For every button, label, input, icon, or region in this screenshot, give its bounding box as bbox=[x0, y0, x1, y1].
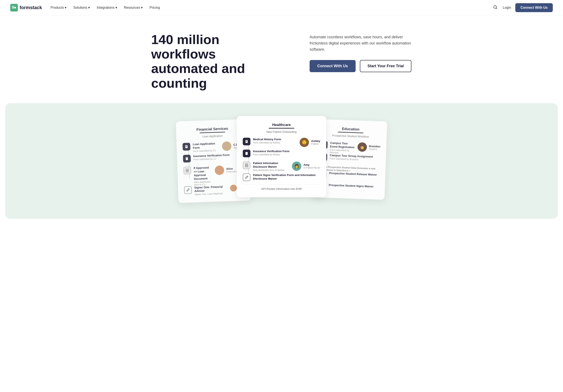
person-name: Ashley bbox=[311, 139, 320, 143]
nav-connect-button[interactable]: Connect With Us bbox=[515, 3, 553, 12]
education-subtitle: Prospective Student Workflow bbox=[320, 134, 381, 139]
avatar-ashley: 🙂 bbox=[300, 138, 309, 147]
hero-buttons: Connect With Us Start Your Free Trial bbox=[310, 60, 412, 72]
step-title: Campus Tour Event Registration bbox=[330, 141, 355, 149]
person-role: Student bbox=[369, 147, 380, 150]
navigation: formstack Products ▾ Solutions ▾ Integra… bbox=[0, 0, 563, 15]
financial-subtitle: Loan Application bbox=[182, 134, 243, 139]
doc-x-icon bbox=[185, 169, 189, 172]
step-icon-1 bbox=[182, 143, 190, 151]
step-icon-3 bbox=[183, 166, 191, 174]
logo[interactable]: formstack bbox=[10, 4, 42, 12]
healthcare-steps: Medical History Form Form submitted by A… bbox=[243, 138, 320, 181]
formstack-logo-svg bbox=[12, 5, 16, 10]
demo-cards: Financial Services Loan Application Loan… bbox=[154, 120, 409, 202]
step-info: Medical History Form Form submitted by A… bbox=[253, 138, 297, 144]
hero-description: Automate countless workflows, save hours… bbox=[310, 34, 412, 52]
avatar-image bbox=[222, 141, 232, 151]
nav-solutions[interactable]: Solutions ▾ bbox=[73, 6, 90, 10]
svg-rect-17 bbox=[245, 152, 248, 155]
nav-integrations[interactable]: Integrations ▾ bbox=[97, 6, 117, 10]
svg-rect-1 bbox=[12, 7, 14, 7]
person-name: Amy bbox=[303, 163, 320, 166]
svg-rect-2 bbox=[12, 8, 14, 8]
education-steps: Campus Tour Event Registration Form subm… bbox=[318, 141, 381, 193]
step-info: Insurance Verification Form Form submitt… bbox=[253, 150, 320, 156]
svg-rect-9 bbox=[186, 157, 188, 160]
avatar-image bbox=[215, 165, 224, 175]
chevron-down-icon: ▾ bbox=[65, 6, 66, 10]
step-icon-4 bbox=[184, 186, 192, 194]
financial-steps: Loan Application Form Form submitted by … bbox=[182, 141, 245, 196]
avatar-image: 👨 bbox=[357, 142, 367, 152]
pen-icon bbox=[186, 188, 190, 192]
svg-point-4 bbox=[494, 6, 497, 9]
nav-resources[interactable]: Resources ▾ bbox=[124, 6, 143, 10]
connector bbox=[189, 162, 189, 167]
logo-text: formstack bbox=[20, 5, 42, 11]
avatar-amy: 👩 bbox=[292, 161, 301, 171]
hero-title: 140 million workflows automated and coun… bbox=[151, 32, 275, 90]
hero-left: 140 million workflows automated and coun… bbox=[151, 32, 275, 90]
healthcare-industry-label: Healthcare bbox=[243, 123, 320, 127]
hero-connect-button[interactable]: Connect With Us bbox=[310, 60, 356, 72]
step-info: Patient Signs Verification Form and Info… bbox=[253, 173, 320, 181]
step-person: 👨 Brandon Student bbox=[357, 142, 381, 152]
step-desc: Form submitted by Brandon bbox=[330, 148, 355, 154]
avatar-alice bbox=[215, 165, 224, 175]
chevron-down-icon: ▾ bbox=[115, 6, 117, 10]
step-info: Signer One: Financial Advisor Signer Two… bbox=[194, 185, 228, 196]
healthcare-subtitle: New Patient Onboarding bbox=[243, 130, 320, 134]
step-icon-1 bbox=[243, 138, 250, 145]
person-role: In Patient Nurse bbox=[303, 166, 320, 169]
doc-icon bbox=[245, 151, 248, 155]
step-info: Patient Information Disclosure Waiver Am… bbox=[253, 161, 289, 171]
step-title: If Approved >> Loan Approval Document bbox=[193, 166, 213, 181]
step-info: Loan Application Form Form submitted by … bbox=[193, 142, 219, 152]
login-button[interactable]: Login bbox=[503, 6, 511, 10]
nav-products[interactable]: Products ▾ bbox=[51, 6, 66, 10]
chevron-down-icon: ▾ bbox=[88, 6, 90, 10]
step-icon-3 bbox=[243, 161, 250, 169]
avatar-cj bbox=[222, 141, 232, 151]
person-name: Brandon bbox=[369, 144, 381, 148]
step-title: Loan Application Form bbox=[193, 142, 219, 150]
financial-underline bbox=[200, 132, 225, 133]
connector bbox=[189, 174, 190, 179]
svg-rect-0 bbox=[12, 6, 14, 6]
doc-x-icon bbox=[245, 163, 248, 167]
education-underline bbox=[338, 132, 363, 133]
connector bbox=[248, 157, 249, 161]
step-desc: Form submitted by Ashley bbox=[253, 141, 297, 144]
connector bbox=[248, 169, 249, 173]
api-note: API Routes Information into EHR bbox=[243, 184, 320, 190]
step-desc: Alice distributes form to CJ bbox=[194, 180, 213, 186]
logo-icon bbox=[10, 4, 18, 12]
avatar-alice-small bbox=[230, 184, 237, 192]
search-button[interactable] bbox=[492, 4, 499, 11]
step-person: 🙂 Ashley Patient bbox=[300, 138, 320, 147]
step-title: Signer One: Financial Advisor bbox=[194, 185, 228, 193]
step-icon-2 bbox=[243, 150, 250, 157]
chevron-down-icon: ▾ bbox=[141, 6, 143, 10]
connector bbox=[188, 150, 189, 155]
step-info: Campus Tour Event Registration Form subm… bbox=[330, 141, 355, 155]
doc-icon bbox=[184, 145, 189, 149]
step-title: Insurance Verification Form bbox=[253, 150, 320, 153]
nav-links: Products ▾ Solutions ▾ Integrations ▾ Re… bbox=[51, 6, 160, 10]
svg-rect-3 bbox=[14, 7, 16, 8]
nav-pricing[interactable]: Pricing bbox=[150, 6, 160, 10]
step-title: Patient Signs Verification Form and Info… bbox=[253, 173, 320, 181]
step-person: 👩 Amy In Patient Nurse bbox=[292, 161, 320, 171]
hero-trial-button[interactable]: Start Your Free Trial bbox=[360, 60, 411, 72]
pen-icon bbox=[245, 175, 248, 179]
step-title: Patient Information Disclosure Waiver bbox=[253, 161, 289, 169]
financial-industry-label: Financial Services bbox=[182, 126, 243, 132]
hero-section: 140 million workflows automated and coun… bbox=[141, 15, 422, 103]
step-title: Medical History Form bbox=[253, 138, 297, 141]
avatar-image: 👩 bbox=[292, 161, 301, 171]
avatar-image bbox=[230, 184, 237, 192]
nav-right: Login Connect With Us bbox=[492, 3, 553, 12]
step-icon-2 bbox=[183, 155, 191, 162]
connector bbox=[248, 145, 249, 150]
